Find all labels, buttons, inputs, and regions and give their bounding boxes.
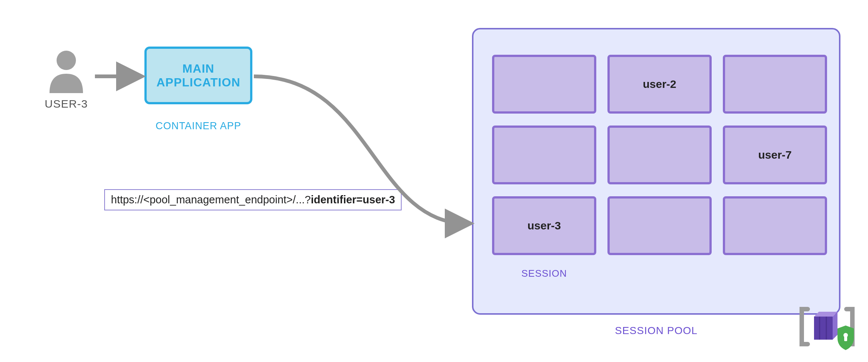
container-security-icon <box>797 302 857 351</box>
container-app-box: MAIN APPLICATION <box>144 47 252 104</box>
user-icon <box>46 48 87 93</box>
svg-rect-7 <box>844 336 847 341</box>
user-label: USER-3 <box>45 98 88 110</box>
svg-point-0 <box>57 51 76 70</box>
session-pool-label: SESSION POOL <box>472 325 840 337</box>
session-pool-box: user-2 user-7 user-3 SESSION <box>472 28 840 315</box>
session-cell <box>492 55 596 114</box>
url-box: https://<pool_management_endpoint>/...?i… <box>104 189 402 210</box>
session-cell: user-7 <box>723 126 827 184</box>
session-cell <box>607 126 712 184</box>
svg-marker-2 <box>833 312 837 340</box>
session-cell: user-2 <box>607 55 712 114</box>
session-grid: user-2 user-7 user-3 <box>492 55 827 255</box>
url-identifier: identifier=user-3 <box>311 194 395 206</box>
url-prefix: https://<pool_management_endpoint>/...? <box>111 194 311 206</box>
architecture-diagram: USER-3 MAIN APPLICATION CONTAINER APP ht… <box>0 0 868 362</box>
container-app-title-line1: MAIN <box>182 62 214 75</box>
session-cell: user-3 <box>492 196 596 255</box>
user-block: USER-3 <box>45 48 88 110</box>
session-cell <box>607 196 712 255</box>
svg-rect-3 <box>814 317 833 340</box>
container-app-title-line2: APPLICATION <box>156 76 240 89</box>
session-cell <box>723 55 827 114</box>
session-cell <box>723 196 827 255</box>
session-cell <box>492 126 596 184</box>
container-app-subtitle: CONTAINER APP <box>144 120 252 132</box>
session-label: SESSION <box>492 268 596 279</box>
container-app-title: MAIN APPLICATION <box>156 62 240 89</box>
